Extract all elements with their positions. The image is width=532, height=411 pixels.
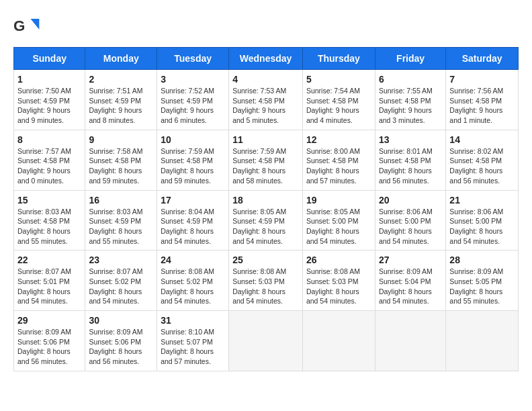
day-number: 13 bbox=[379, 134, 442, 145]
calendar-cell: 9Sunrise: 7:58 AM Sunset: 4:58 PM Daylig… bbox=[85, 130, 157, 190]
day-info: Sunrise: 8:01 AM Sunset: 4:58 PM Dayligh… bbox=[379, 146, 442, 186]
calendar-cell: 6Sunrise: 7:55 AM Sunset: 4:58 PM Daylig… bbox=[375, 70, 445, 130]
day-info: Sunrise: 8:07 AM Sunset: 5:01 PM Dayligh… bbox=[17, 267, 81, 306]
week-row-3: 15Sunrise: 8:03 AM Sunset: 4:58 PM Dayli… bbox=[14, 190, 519, 250]
day-info: Sunrise: 8:09 AM Sunset: 5:06 PM Dayligh… bbox=[17, 327, 81, 367]
day-number: 31 bbox=[161, 315, 225, 326]
day-number: 3 bbox=[161, 74, 225, 85]
day-info: Sunrise: 8:09 AM Sunset: 5:05 PM Dayligh… bbox=[449, 267, 515, 306]
day-info: Sunrise: 7:56 AM Sunset: 4:58 PM Dayligh… bbox=[449, 86, 515, 126]
calendar-cell: 24Sunrise: 8:08 AM Sunset: 5:02 PM Dayli… bbox=[157, 250, 229, 311]
day-number: 14 bbox=[449, 134, 515, 145]
day-info: Sunrise: 8:03 AM Sunset: 4:59 PM Dayligh… bbox=[89, 207, 153, 246]
day-info: Sunrise: 8:02 AM Sunset: 4:58 PM Dayligh… bbox=[449, 146, 515, 186]
calendar-cell: 2Sunrise: 7:51 AM Sunset: 4:59 PM Daylig… bbox=[85, 70, 157, 130]
day-number: 26 bbox=[306, 255, 371, 265]
calendar-cell bbox=[446, 311, 519, 371]
svg-text:G: G bbox=[13, 17, 25, 34]
calendar-cell: 25Sunrise: 8:08 AM Sunset: 5:03 PM Dayli… bbox=[229, 250, 303, 311]
day-info: Sunrise: 8:06 AM Sunset: 5:00 PM Dayligh… bbox=[449, 207, 515, 246]
day-number: 11 bbox=[232, 134, 299, 145]
calendar-cell: 28Sunrise: 8:09 AM Sunset: 5:05 PM Dayli… bbox=[446, 250, 519, 311]
day-number: 29 bbox=[17, 315, 81, 326]
calendar-cell: 29Sunrise: 8:09 AM Sunset: 5:06 PM Dayli… bbox=[14, 311, 85, 371]
calendar-header-tuesday: Tuesday bbox=[157, 48, 229, 70]
day-number: 25 bbox=[232, 255, 299, 265]
calendar-cell: 23Sunrise: 8:07 AM Sunset: 5:02 PM Dayli… bbox=[85, 250, 157, 311]
day-info: Sunrise: 8:05 AM Sunset: 5:00 PM Dayligh… bbox=[306, 207, 371, 246]
calendar-header-friday: Friday bbox=[375, 48, 445, 70]
day-number: 6 bbox=[379, 74, 442, 85]
calendar-cell: 5Sunrise: 7:54 AM Sunset: 4:58 PM Daylig… bbox=[302, 70, 375, 130]
calendar-cell: 16Sunrise: 8:03 AM Sunset: 4:59 PM Dayli… bbox=[85, 190, 157, 250]
day-info: Sunrise: 8:05 AM Sunset: 4:59 PM Dayligh… bbox=[232, 207, 299, 246]
week-row-5: 29Sunrise: 8:09 AM Sunset: 5:06 PM Dayli… bbox=[14, 311, 519, 371]
calendar-cell: 10Sunrise: 7:59 AM Sunset: 4:58 PM Dayli… bbox=[157, 130, 229, 190]
calendar-header-saturday: Saturday bbox=[446, 48, 519, 70]
calendar-header-thursday: Thursday bbox=[302, 48, 375, 70]
day-number: 10 bbox=[161, 134, 225, 145]
page-header: G bbox=[13, 13, 519, 40]
calendar-cell: 19Sunrise: 8:05 AM Sunset: 5:00 PM Dayli… bbox=[302, 190, 375, 250]
day-number: 8 bbox=[17, 134, 81, 145]
day-info: Sunrise: 8:04 AM Sunset: 4:59 PM Dayligh… bbox=[161, 207, 225, 246]
calendar-cell: 7Sunrise: 7:56 AM Sunset: 4:58 PM Daylig… bbox=[446, 70, 519, 130]
week-row-4: 22Sunrise: 8:07 AM Sunset: 5:01 PM Dayli… bbox=[14, 250, 519, 311]
calendar-cell bbox=[229, 311, 303, 371]
calendar-cell: 15Sunrise: 8:03 AM Sunset: 4:58 PM Dayli… bbox=[14, 190, 85, 250]
calendar-cell: 11Sunrise: 7:59 AM Sunset: 4:58 PM Dayli… bbox=[229, 130, 303, 190]
day-info: Sunrise: 7:50 AM Sunset: 4:59 PM Dayligh… bbox=[17, 86, 81, 126]
calendar-cell: 18Sunrise: 8:05 AM Sunset: 4:59 PM Dayli… bbox=[229, 190, 303, 250]
day-number: 2 bbox=[89, 74, 153, 85]
day-info: Sunrise: 7:53 AM Sunset: 4:58 PM Dayligh… bbox=[232, 86, 299, 126]
calendar-cell: 1Sunrise: 7:50 AM Sunset: 4:59 PM Daylig… bbox=[14, 70, 85, 130]
logo: G bbox=[13, 13, 44, 40]
calendar-cell bbox=[302, 311, 375, 371]
day-number: 1 bbox=[17, 74, 81, 85]
day-info: Sunrise: 7:58 AM Sunset: 4:58 PM Dayligh… bbox=[89, 146, 153, 186]
day-info: Sunrise: 7:51 AM Sunset: 4:59 PM Dayligh… bbox=[89, 86, 153, 126]
calendar-cell: 3Sunrise: 7:52 AM Sunset: 4:59 PM Daylig… bbox=[157, 70, 229, 130]
day-info: Sunrise: 8:10 AM Sunset: 5:07 PM Dayligh… bbox=[161, 327, 225, 367]
day-info: Sunrise: 8:06 AM Sunset: 5:00 PM Dayligh… bbox=[379, 207, 442, 246]
day-info: Sunrise: 8:03 AM Sunset: 4:58 PM Dayligh… bbox=[17, 207, 81, 246]
day-number: 5 bbox=[306, 74, 371, 85]
calendar-cell: 26Sunrise: 8:08 AM Sunset: 5:03 PM Dayli… bbox=[302, 250, 375, 311]
day-info: Sunrise: 7:54 AM Sunset: 4:58 PM Dayligh… bbox=[306, 86, 371, 126]
calendar-cell: 27Sunrise: 8:09 AM Sunset: 5:04 PM Dayli… bbox=[375, 250, 445, 311]
calendar-header-row: SundayMondayTuesdayWednesdayThursdayFrid… bbox=[14, 48, 519, 70]
day-number: 21 bbox=[449, 195, 515, 205]
calendar-cell: 17Sunrise: 8:04 AM Sunset: 4:59 PM Dayli… bbox=[157, 190, 229, 250]
day-info: Sunrise: 8:08 AM Sunset: 5:02 PM Dayligh… bbox=[161, 267, 225, 306]
day-info: Sunrise: 7:57 AM Sunset: 4:58 PM Dayligh… bbox=[17, 146, 81, 186]
calendar-header-monday: Monday bbox=[85, 48, 157, 70]
day-info: Sunrise: 7:59 AM Sunset: 4:58 PM Dayligh… bbox=[161, 146, 225, 186]
day-number: 4 bbox=[232, 74, 299, 85]
day-info: Sunrise: 7:55 AM Sunset: 4:58 PM Dayligh… bbox=[379, 86, 442, 126]
calendar-cell: 22Sunrise: 8:07 AM Sunset: 5:01 PM Dayli… bbox=[14, 250, 85, 311]
calendar-cell bbox=[375, 311, 445, 371]
day-info: Sunrise: 8:09 AM Sunset: 5:04 PM Dayligh… bbox=[379, 267, 442, 306]
day-number: 19 bbox=[306, 195, 371, 205]
day-number: 15 bbox=[17, 195, 81, 205]
day-number: 20 bbox=[379, 195, 442, 205]
calendar-cell: 14Sunrise: 8:02 AM Sunset: 4:58 PM Dayli… bbox=[446, 130, 519, 190]
day-number: 17 bbox=[161, 195, 225, 205]
day-info: Sunrise: 7:52 AM Sunset: 4:59 PM Dayligh… bbox=[161, 86, 225, 126]
day-info: Sunrise: 8:08 AM Sunset: 5:03 PM Dayligh… bbox=[306, 267, 371, 306]
calendar-cell: 8Sunrise: 7:57 AM Sunset: 4:58 PM Daylig… bbox=[14, 130, 85, 190]
calendar-cell: 31Sunrise: 8:10 AM Sunset: 5:07 PM Dayli… bbox=[157, 311, 229, 371]
calendar-header-wednesday: Wednesday bbox=[229, 48, 303, 70]
day-number: 27 bbox=[379, 255, 442, 265]
day-number: 18 bbox=[232, 195, 299, 205]
day-info: Sunrise: 8:07 AM Sunset: 5:02 PM Dayligh… bbox=[89, 267, 153, 306]
calendar-cell: 12Sunrise: 8:00 AM Sunset: 4:58 PM Dayli… bbox=[302, 130, 375, 190]
calendar-cell: 30Sunrise: 8:09 AM Sunset: 5:06 PM Dayli… bbox=[85, 311, 157, 371]
day-number: 22 bbox=[17, 255, 81, 265]
day-number: 24 bbox=[161, 255, 225, 265]
week-row-2: 8Sunrise: 7:57 AM Sunset: 4:58 PM Daylig… bbox=[14, 130, 519, 190]
calendar-header-sunday: Sunday bbox=[14, 48, 85, 70]
day-info: Sunrise: 8:00 AM Sunset: 4:58 PM Dayligh… bbox=[306, 146, 371, 186]
calendar-cell: 20Sunrise: 8:06 AM Sunset: 5:00 PM Dayli… bbox=[375, 190, 445, 250]
day-number: 12 bbox=[306, 134, 371, 145]
